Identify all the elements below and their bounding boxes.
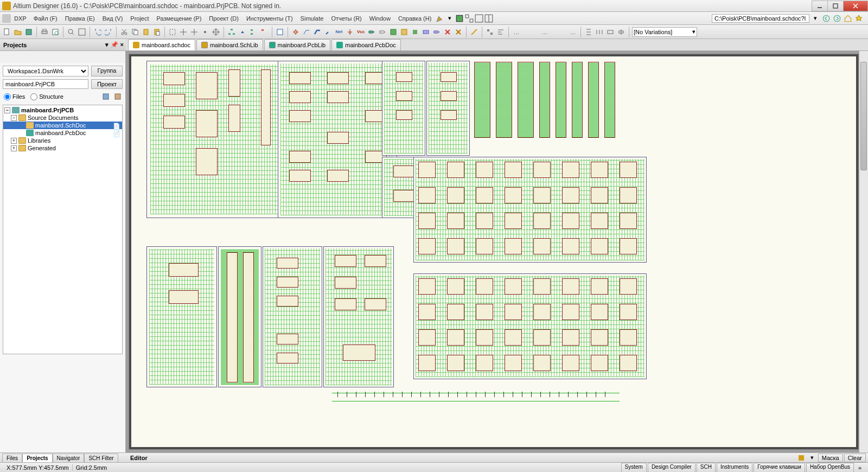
tab-pcblib[interactable]: mainboard.PcbLib — [264, 39, 331, 50]
nav-fwd-icon[interactable] — [832, 14, 842, 23]
line-icon[interactable] — [469, 27, 479, 37]
more2-icon[interactable]: … — [540, 27, 550, 37]
bottom-tab-schfilter[interactable]: SCH Filter — [84, 454, 118, 462]
redo-icon[interactable] — [104, 27, 113, 37]
preview-icon[interactable] — [50, 27, 60, 37]
place-bus-icon[interactable] — [312, 27, 322, 37]
clear-button[interactable]: Clear — [844, 454, 866, 462]
zoomfit-icon[interactable] — [77, 27, 87, 37]
menu-project[interactable]: Project — [126, 14, 152, 23]
more3-icon[interactable]: … — [568, 27, 578, 37]
dist-v-icon[interactable] — [584, 27, 593, 37]
dist-h-icon[interactable] — [595, 27, 604, 37]
bottom-tab-navigator[interactable]: Navigator — [53, 454, 85, 462]
place-port-icon[interactable] — [367, 27, 376, 37]
place-gnd-icon[interactable] — [345, 27, 355, 37]
place-sheet-icon[interactable] — [388, 27, 398, 37]
cut-icon[interactable] — [119, 27, 129, 37]
dxp-menu[interactable]: DXP — [11, 14, 30, 23]
place-busentry-icon[interactable] — [323, 27, 333, 37]
radio-structure[interactable]: Structure — [30, 93, 63, 100]
status-btn-sch[interactable]: SCH — [697, 463, 716, 473]
bottom-tab-projects[interactable]: Projects — [22, 454, 52, 462]
browse-icon[interactable] — [275, 27, 285, 37]
dot-icon[interactable] — [200, 27, 210, 37]
tree-sourcedocs[interactable]: −Source Documents — [3, 114, 122, 122]
panel-pin-icon[interactable]: 📌 — [111, 41, 118, 48]
tree-pcbdoc[interactable]: mainboard.PcbDoc📄 — [3, 129, 122, 137]
editor-opt1-icon[interactable] — [796, 453, 806, 463]
align2-icon[interactable] — [605, 27, 615, 37]
toolbar-grid1-icon[interactable] — [464, 14, 474, 23]
menu-edit[interactable]: Правка (E) — [61, 14, 99, 23]
tree-project[interactable]: −mainboard.PrjPCB — [3, 106, 122, 114]
place-sheetentry-icon[interactable] — [399, 27, 409, 37]
menu-tools[interactable]: Инструменты (T) — [242, 14, 297, 23]
breadcrumb-input[interactable] — [712, 14, 809, 23]
group-button[interactable]: Группа — [91, 66, 123, 76]
undo-icon[interactable] — [93, 27, 103, 37]
minimize-button[interactable] — [812, 1, 828, 11]
menu-file[interactable]: Файл (F) — [30, 14, 61, 23]
align3-icon[interactable] — [616, 27, 626, 37]
menu-place[interactable]: Размещение (P) — [153, 14, 206, 23]
new-icon[interactable] — [2, 27, 12, 37]
menu-help[interactable]: Справка (H) — [394, 14, 435, 23]
place-offsheet-icon[interactable] — [378, 27, 387, 37]
save-icon[interactable] — [24, 27, 34, 37]
breadcrumb-dropdown-icon[interactable]: ▾ — [810, 14, 820, 23]
mask-button[interactable]: Маска — [818, 454, 843, 462]
tab-pcbdoc[interactable]: mainboard.PcbDoc — [331, 39, 401, 50]
place-noerc-icon[interactable] — [454, 27, 463, 37]
tree-generated[interactable]: +Generated — [3, 144, 122, 152]
tree-libraries[interactable]: +Libraries — [3, 137, 122, 144]
panel-close-icon[interactable]: × — [120, 41, 124, 48]
editor-opt2-icon[interactable]: ▾ — [807, 453, 817, 463]
status-btn-designcompiler[interactable]: Design Compiler — [648, 463, 695, 473]
scrollbar-thumb[interactable] — [860, 62, 867, 170]
tree-icon[interactable] — [248, 27, 258, 37]
status-btn-system[interactable]: System — [621, 463, 647, 473]
open-icon[interactable] — [13, 27, 23, 37]
nav-home-icon[interactable] — [843, 14, 853, 23]
place-part-icon[interactable] — [291, 27, 301, 37]
hierarchy-icon[interactable] — [227, 27, 237, 37]
place-device-icon[interactable] — [410, 27, 420, 37]
dropdown-icon[interactable]: ▾ — [445, 14, 455, 23]
move-icon[interactable] — [178, 27, 188, 37]
status-btn-openbus[interactable]: Набор OpenBus — [806, 463, 854, 473]
place-harness-icon[interactable] — [421, 27, 431, 37]
panel-menu-icon[interactable]: ▾ — [105, 41, 108, 48]
schematic-canvas[interactable]: /* generated below */ — [129, 54, 858, 449]
bottom-tab-files[interactable]: Files — [2, 454, 22, 462]
updown-icon[interactable] — [238, 27, 247, 37]
crosshair-icon[interactable] — [211, 27, 221, 37]
select-icon[interactable] — [168, 27, 177, 37]
variations-dropdown[interactable]: [No Variations]▾ — [632, 27, 697, 37]
tab-schlib[interactable]: mainboard.SchLib — [196, 39, 263, 50]
app-menu-icon[interactable] — [2, 14, 11, 23]
panel-sm2-icon[interactable] — [113, 92, 123, 101]
place-noe-icon[interactable] — [443, 27, 452, 37]
toolbar-grid2-icon[interactable] — [474, 14, 484, 23]
menu-window[interactable]: Window — [366, 14, 394, 23]
project-button[interactable]: Проект — [91, 79, 123, 89]
place-vcc-icon[interactable]: Vcc — [356, 27, 366, 37]
place-wire-icon[interactable] — [302, 27, 311, 37]
workspace-select[interactable]: Workspace1.DsnWrk — [3, 66, 88, 76]
paste-icon[interactable] — [141, 27, 151, 37]
menu-reports[interactable]: Отчеты (R) — [327, 14, 365, 23]
paste2-icon[interactable] — [152, 27, 162, 37]
copy-icon[interactable] — [130, 27, 140, 37]
color-icon[interactable] — [455, 14, 464, 23]
nav-back-icon[interactable] — [821, 14, 831, 23]
project-input[interactable] — [3, 79, 88, 89]
toolbar-grid3-icon[interactable] — [484, 14, 494, 23]
menu-simulate[interactable]: Simulate — [297, 14, 328, 23]
tree2-icon[interactable] — [259, 27, 269, 37]
close-button[interactable] — [843, 1, 868, 11]
nav-fav-icon[interactable] — [854, 14, 864, 23]
zoom-icon[interactable] — [66, 27, 76, 37]
array-icon[interactable] — [485, 27, 495, 37]
toolbar-highlight-icon[interactable] — [435, 14, 445, 23]
